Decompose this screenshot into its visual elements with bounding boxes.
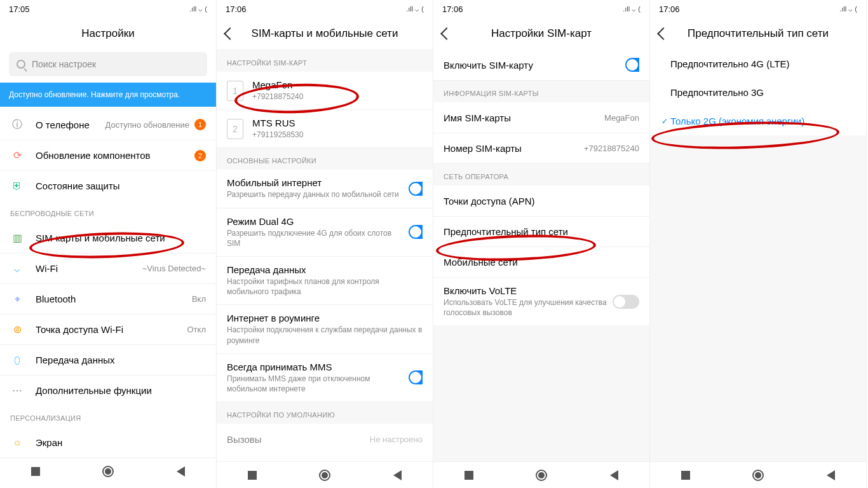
option-label: Предпочтительно 3G	[670, 87, 764, 98]
row-sublabel: Принимать MMS даже при отключенном мобил…	[227, 374, 403, 394]
row-more[interactable]: ⋯ Дополнительные функции	[0, 375, 216, 405]
sim-name: MegaFon	[252, 79, 423, 90]
page-title: Предпочтительный тип сети	[659, 27, 857, 40]
row-mobile-data[interactable]: Мобильный интернет Разрешить передачу да…	[217, 170, 433, 207]
row-label: Вызовы	[227, 434, 370, 445]
header: Предпочтительный тип сети	[650, 18, 866, 50]
row-sim2[interactable]: 2 MTS RUS +79119258530	[217, 109, 433, 147]
option-2g[interactable]: ✓ Только 2G (экономия энергии)	[650, 107, 866, 135]
nav-back-icon[interactable]	[393, 470, 402, 480]
option-3g[interactable]: ✓ Предпочтительно 3G	[650, 78, 866, 107]
nav-recents-icon[interactable]	[681, 471, 690, 480]
shield-icon: ⛨	[10, 180, 24, 192]
nav-back-icon[interactable]	[827, 470, 835, 480]
row-label: Предпочтительный тип сети	[444, 226, 639, 237]
bluetooth-icon: ⌖	[10, 294, 24, 305]
status-time: 17:06	[442, 4, 463, 14]
row-calls-default[interactable]: Вызовы Не настроено	[217, 424, 433, 454]
row-mobile-networks[interactable]: Мобильные сети	[433, 247, 649, 277]
row-mms[interactable]: Всегда принимать MMS Принимать MMS даже …	[217, 353, 433, 402]
status-icons: .ıll ⌵ (	[623, 5, 641, 13]
toggle[interactable]	[409, 182, 423, 196]
row-apn[interactable]: Точки доступа (APN)	[433, 186, 649, 216]
option-label: Предпочтительно 4G (LTE)	[670, 58, 790, 69]
section-wireless: БЕСПРОВОДНЫЕ СЕТИ	[0, 201, 216, 222]
row-data-usage-settings[interactable]: Передача данных Настройки тарифных плано…	[217, 256, 433, 304]
row-preferred-network[interactable]: Предпочтительный тип сети	[433, 216, 649, 247]
sim-number: +79218875240	[252, 92, 423, 102]
row-status: Не настроено	[370, 435, 423, 444]
row-label: SIM-карты и мобильные сети	[36, 233, 206, 243]
hotspot-icon: ⊚	[10, 323, 24, 336]
row-sim1[interactable]: 1 MegaFon +79218875240	[217, 72, 433, 109]
row-label: Обновление компонентов	[36, 150, 194, 161]
row-label: Всегда принимать MMS	[227, 362, 403, 372]
update-banner[interactable]: Доступно обновление. Нажмите для просмот…	[0, 83, 216, 107]
row-hotspot[interactable]: ⊚ Точка доступа Wi-Fi Откл	[0, 314, 216, 344]
sim-name: MTS RUS	[252, 118, 423, 128]
badge: 2	[194, 150, 206, 161]
row-label: О телефоне	[36, 119, 105, 130]
status-icons: .ıll ⌵ (	[406, 5, 424, 13]
row-wifi[interactable]: ⌵ Wi-Fi ~Virus Detected~	[0, 253, 216, 283]
row-bluetooth[interactable]: ⌖ Bluetooth Вкл	[0, 283, 216, 314]
row-enable-sim[interactable]: Включить SIM-карту	[433, 50, 649, 80]
status-bar: 17:06 .ıll ⌵ (	[433, 0, 649, 18]
option-label: Только 2G (экономия энергии)	[670, 116, 804, 126]
row-sim-name[interactable]: Имя SIM-карты MegaFon	[433, 102, 649, 133]
row-label: Включить SIM-карту	[444, 60, 620, 71]
nav-home-icon[interactable]	[752, 470, 764, 481]
row-sublabel: Использовать VoLTE для улучшения качеств…	[444, 297, 607, 318]
row-label: Точка доступа Wi-Fi	[36, 324, 187, 335]
sim-icon: ▥	[10, 232, 24, 244]
info-icon: ⓘ	[10, 118, 24, 132]
page-title: Настройки	[9, 27, 207, 40]
search-icon	[17, 60, 25, 69]
section-default: НАСТРОЙКИ ПО УМОЛЧАНИЮ	[217, 402, 433, 424]
row-security-status[interactable]: ⛨ Состояние защиты	[0, 170, 216, 201]
search-placeholder: Поиск настроек	[32, 59, 96, 69]
status-bar: 17:06 .ıll ⌵ (	[650, 0, 866, 18]
row-dual-4g[interactable]: Режим Dual 4G Разрешить подключение 4G д…	[217, 208, 433, 256]
row-label: Включить VoLTE	[444, 285, 607, 296]
row-label: Режим Dual 4G	[227, 216, 403, 227]
row-roaming[interactable]: Интернет в роуминге Настройки подключени…	[217, 304, 433, 353]
row-sim-number[interactable]: Номер SIM-карты +79218875240	[433, 133, 649, 163]
section-sim-info: ИНФОРМАЦИЯ SIM-КАРТЫ	[433, 80, 649, 102]
row-about-phone[interactable]: ⓘ О телефоне Доступно обновление 1	[0, 109, 216, 140]
status-icons: .ıll ⌵ (	[189, 5, 207, 13]
row-volte[interactable]: Включить VoLTE Использовать VoLTE для ул…	[433, 277, 649, 325]
nav-bar	[433, 461, 649, 488]
nav-recents-icon[interactable]	[465, 471, 473, 480]
row-status: ~Virus Detected~	[142, 264, 206, 273]
nav-home-icon[interactable]	[536, 470, 547, 481]
nav-home-icon[interactable]	[102, 466, 114, 477]
row-label: Состояние защиты	[36, 180, 206, 191]
row-label: Экран	[36, 437, 206, 448]
nav-bar	[0, 458, 216, 484]
row-sublabel: Разрешить передачу данных по мобильной с…	[227, 189, 403, 200]
row-label: Wi-Fi	[36, 263, 142, 274]
toggle[interactable]	[625, 58, 639, 72]
toggle[interactable]	[613, 295, 639, 309]
section-personalization: ПЕРСОНАЛИЗАЦИЯ	[0, 405, 216, 427]
sim-number: +79119258530	[252, 130, 423, 140]
toggle[interactable]	[409, 225, 423, 239]
option-4g[interactable]: ✓ Предпочтительно 4G (LTE)	[650, 50, 866, 78]
row-data-usage[interactable]: ⬯ Передача данных	[0, 344, 216, 375]
nav-back-icon[interactable]	[610, 470, 618, 480]
row-status: Доступно обновление	[105, 120, 189, 130]
nav-home-icon[interactable]	[319, 470, 330, 481]
nav-back-icon[interactable]	[177, 466, 185, 477]
nav-recents-icon[interactable]	[248, 471, 257, 480]
header: Настройки SIM-карт	[433, 18, 649, 50]
row-value: MegaFon	[604, 113, 639, 123]
toggle[interactable]	[409, 370, 423, 384]
nav-recents-icon[interactable]	[31, 467, 40, 476]
row-display[interactable]: ☼ Экран	[0, 427, 216, 458]
row-value: +79218875240	[584, 144, 639, 153]
row-sim-networks[interactable]: ▥ SIM-карты и мобильные сети	[0, 222, 216, 253]
search-input[interactable]: Поиск настроек	[9, 52, 207, 76]
check-icon: ✓	[661, 117, 668, 126]
row-component-updates[interactable]: ⟳ Обновление компонентов 2	[0, 140, 216, 170]
